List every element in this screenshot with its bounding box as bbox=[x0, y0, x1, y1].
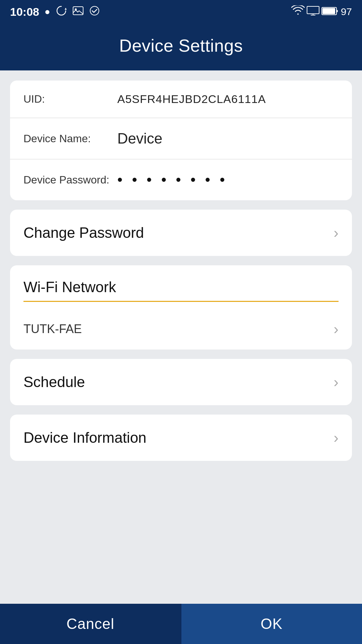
message-icon: ● bbox=[45, 6, 50, 17]
svg-point-2 bbox=[90, 6, 99, 15]
wifi-network-name: TUTK-FAE bbox=[23, 322, 82, 336]
uid-value: A5SFR4HEJBD2CLA6111A bbox=[117, 93, 266, 106]
device-name-label: Device Name: bbox=[23, 132, 117, 145]
svg-rect-5 bbox=[322, 8, 335, 14]
chevron-right-icon: › bbox=[334, 224, 339, 241]
main-content: UID: A5SFR4HEJBD2CLA6111A Device Name: D… bbox=[0, 70, 362, 604]
device-information-label: Device Information bbox=[23, 429, 146, 446]
battery-level: 97 bbox=[341, 6, 352, 17]
device-name-row: Device Name: Device bbox=[10, 118, 352, 159]
status-bar: 10:08 ● bbox=[0, 0, 362, 23]
image-icon bbox=[72, 6, 84, 18]
status-time: 10:08 bbox=[10, 5, 39, 18]
ok-button[interactable]: OK bbox=[181, 604, 362, 644]
status-right: 97 bbox=[291, 5, 352, 18]
cancel-button[interactable]: Cancel bbox=[0, 604, 181, 644]
device-information-item[interactable]: Device Information › bbox=[10, 415, 352, 461]
wifi-title: Wi-Fi Network bbox=[23, 279, 339, 296]
check-icon bbox=[89, 5, 100, 18]
device-info-chevron-icon: › bbox=[334, 429, 339, 446]
uid-row: UID: A5SFR4HEJBD2CLA6111A bbox=[10, 80, 352, 118]
device-info-card: UID: A5SFR4HEJBD2CLA6111A Device Name: D… bbox=[10, 80, 352, 200]
bottom-buttons: Cancel OK bbox=[0, 604, 362, 644]
wifi-status-icon bbox=[291, 5, 305, 18]
device-password-label: Device Password: bbox=[23, 174, 117, 186]
wifi-chevron-icon: › bbox=[334, 321, 339, 337]
status-left: 10:08 ● bbox=[10, 5, 100, 19]
wifi-card: Wi-Fi Network TUTK-FAE › bbox=[10, 265, 352, 350]
schedule-chevron-icon: › bbox=[334, 374, 339, 390]
wifi-network-row[interactable]: TUTK-FAE › bbox=[10, 309, 352, 350]
device-name-value: Device bbox=[117, 130, 163, 147]
device-password-row: Device Password: • • • • • • • • bbox=[10, 159, 352, 200]
screen-icon bbox=[307, 6, 319, 18]
sync-icon bbox=[56, 5, 67, 19]
schedule-label: Schedule bbox=[23, 374, 85, 390]
page-header: Device Settings bbox=[0, 23, 362, 70]
uid-label: UID: bbox=[23, 93, 117, 105]
svg-rect-3 bbox=[307, 6, 319, 14]
svg-rect-0 bbox=[73, 7, 83, 15]
battery-icon bbox=[321, 6, 339, 18]
page-title: Device Settings bbox=[119, 36, 243, 55]
change-password-item[interactable]: Change Password › bbox=[10, 210, 352, 256]
device-password-value: • • • • • • • • bbox=[117, 171, 228, 188]
wifi-header: Wi-Fi Network bbox=[10, 265, 352, 309]
change-password-label: Change Password bbox=[23, 224, 144, 241]
schedule-item[interactable]: Schedule › bbox=[10, 359, 352, 405]
wifi-divider bbox=[23, 301, 339, 302]
